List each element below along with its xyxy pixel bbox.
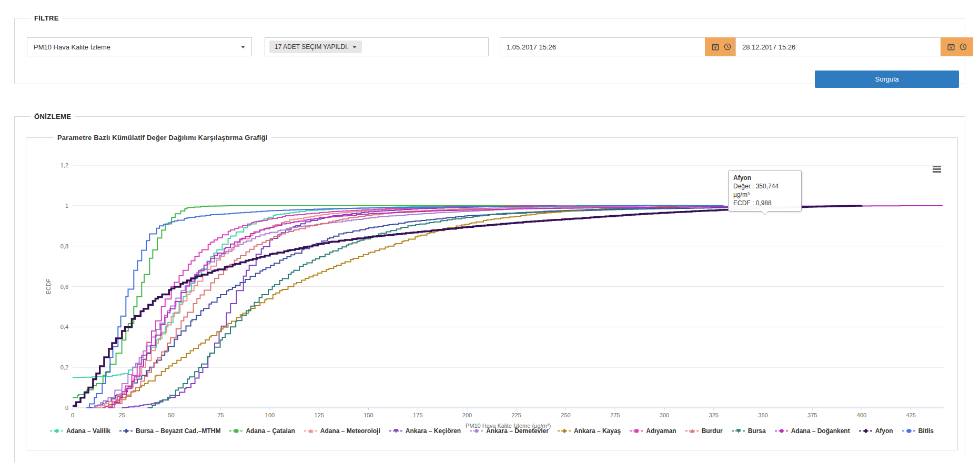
filter-panel-title: FİLTRE [31,14,63,22]
svg-text:1: 1 [65,203,68,209]
svg-text:175: 175 [413,412,422,418]
legend-marker-circle-icon [50,428,64,434]
svg-text:350: 350 [758,412,767,418]
legend-item-label: Burdur [702,427,723,435]
parameter-select[interactable]: PM10 Hava Kalite İzleme [27,37,252,56]
legend-marker-square-icon [630,428,643,434]
legend-marker-square-icon [229,428,243,434]
legend-marker-diamond-icon [558,428,571,434]
chart-title: Parametre Bazlı Kümülatif Değer Dağılımı… [54,134,271,142]
preview-panel-title: ÖNİZLEME [31,113,75,120]
legend-item-label: Adana – Valilik [66,427,110,435]
start-date-picker-button[interactable] [705,37,737,56]
chart-menu-button[interactable] [933,166,942,174]
end-date-field: 28.12.2017 15:26 [735,37,973,56]
legend-item[interactable]: Ankara – Kayaş [558,427,621,435]
legend-item-label: Adana – Meteoroloji [320,427,380,435]
preview-panel: ÖNİZLEME Parametre Bazlı Kümülatif Değer… [14,113,965,462]
legend-marker-triangle-icon [304,428,318,434]
svg-text:300: 300 [660,412,669,418]
legend-item[interactable]: Burdur [685,427,723,435]
svg-text:100: 100 [265,412,275,418]
legend-item[interactable]: Bitlis [902,427,934,435]
svg-text:ECDF: ECDF [45,278,52,294]
svg-text:0: 0 [65,405,68,411]
calendar-icon [712,43,719,51]
ecdf-chart-plot: 00,20,40,60,811,202550751001251501752002… [27,153,958,439]
legend-marker-triangle-icon [685,428,699,434]
svg-text:375: 375 [807,412,817,418]
legend-item-label: Bitlis [918,427,934,435]
svg-text:125: 125 [315,412,324,418]
svg-text:0,4: 0,4 [60,324,68,330]
start-date-input[interactable]: 1.05.2017 15:26 [500,43,705,51]
svg-text:0,8: 0,8 [60,243,68,249]
chart-container: Parametre Bazlı Kümülatif Değer Dağılımı… [26,134,958,450]
end-date-picker-button[interactable] [941,37,973,56]
svg-text:0,6: 0,6 [60,284,68,290]
svg-text:400: 400 [857,412,866,418]
legend-item[interactable]: Adana – Doğankent [775,427,850,435]
legend-item[interactable]: Adıyaman [630,427,676,435]
svg-text:225: 225 [512,412,521,418]
legend-item[interactable]: Afyon [859,427,893,435]
station-multiselect-button[interactable]: 17 ADET SEÇIM YAPILDI. [269,41,362,53]
legend-item-label: Afyon [875,427,893,435]
svg-text:200: 200 [462,412,472,418]
calendar-icon [947,43,955,51]
svg-text:150: 150 [363,412,373,418]
filter-panel: FİLTRE PM10 Hava Kalite İzleme 17 ADET S… [14,14,965,84]
svg-text:325: 325 [709,412,719,418]
svg-text:0,2: 0,2 [60,364,68,370]
legend-item[interactable]: Bursa [732,427,766,435]
start-date-field: 1.05.2017 15:26 [500,37,737,56]
parameter-select-value: PM10 Hava Kalite İzleme [34,43,110,51]
legend-marker-square-icon [902,428,916,434]
svg-text:425: 425 [906,412,916,418]
legend-item-label: Adana – Doğankent [791,427,850,435]
svg-text:275: 275 [610,412,620,418]
legend-marker-diamond-icon [119,428,133,434]
legend-marker-circle-icon [775,428,789,434]
legend-item-label: Adıyaman [646,427,676,435]
legend-marker-triangle-down-icon [732,428,745,434]
svg-text:25: 25 [119,412,125,418]
legend-item-label: Ankara – Kayaş [574,427,621,435]
chart-legend: Adana – Valilik Bursa – Beyazıt Cad.–MTH… [26,427,957,435]
legend-marker-triangle-down-icon [389,428,403,434]
clock-icon [959,43,967,51]
legend-item[interactable]: Adana – Meteoroloji [304,427,380,435]
legend-item[interactable]: Adana – Çatalan [229,427,295,435]
query-button[interactable]: Sorgula [815,71,959,88]
legend-marker-diamond-icon [859,428,873,434]
legend-item[interactable]: Ankara – Keçiören [389,427,461,435]
clock-icon [724,43,731,51]
svg-text:250: 250 [561,412,570,418]
svg-text:50: 50 [168,412,174,418]
svg-text:0: 0 [71,412,74,418]
chevron-down-icon [241,46,245,48]
legend-marker-circle-icon [470,428,483,434]
station-multiselect-value: 17 ADET SEÇIM YAPILDI. [275,43,349,51]
legend-item-label: Adana – Çatalan [246,427,295,435]
chevron-down-icon [352,46,357,48]
svg-text:75: 75 [217,412,224,418]
legend-item-label: Ankara – Keçiören [406,427,461,435]
legend-item-label: Ankara – Demetevler [486,427,549,435]
hamburger-icon [933,166,941,167]
legend-item[interactable]: Ankara – Demetevler [470,427,549,435]
legend-item-label: Bursa – Beyazıt Cad.–MTHM [136,427,220,435]
legend-item[interactable]: Adana – Valilik [50,427,110,435]
end-date-input[interactable]: 28.12.2017 15:26 [736,43,941,51]
svg-text:1,2: 1,2 [60,162,68,168]
legend-item-label: Bursa [748,427,766,435]
legend-item[interactable]: Bursa – Beyazıt Cad.–MTHM [119,427,220,435]
station-multiselect[interactable]: 17 ADET SEÇIM YAPILDI. [265,37,489,56]
